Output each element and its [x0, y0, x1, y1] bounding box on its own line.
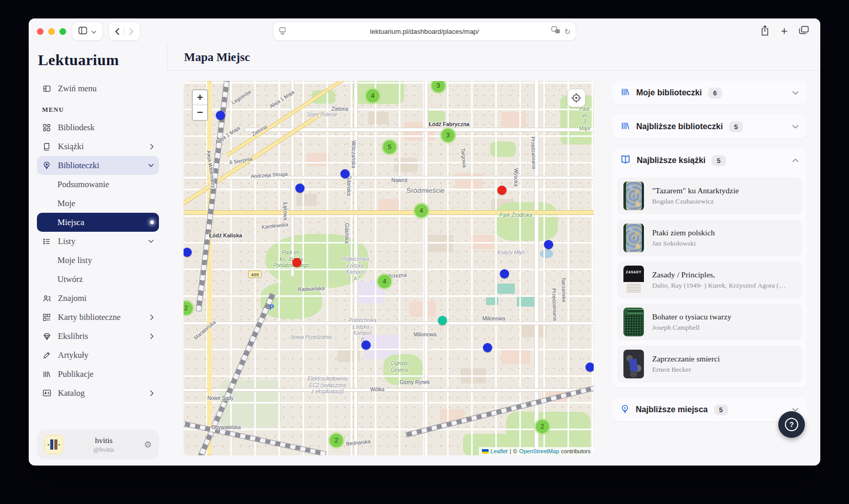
map-cluster-marker[interactable]: 5 — [381, 139, 398, 155]
bookshelf-icon — [620, 121, 630, 133]
dashboard-grid-icon — [42, 123, 51, 132]
browser-toolbar: lektuarium.pl/dashboard/places/map/ ↻ + — [29, 18, 820, 44]
sidebar-item-moje-listy[interactable]: Moje listy — [37, 251, 159, 270]
sidebar-item-moje[interactable]: Moje — [37, 194, 159, 213]
map-attribution: Leaflet | © OpenStreetMap contributors — [479, 447, 594, 455]
sidebar-item-biblioteczki[interactable]: Biblioteczki — [37, 156, 159, 175]
book-list-item[interactable]: Zaprzeczanie smierci Ernest Becker — [617, 346, 802, 382]
book-list-item[interactable]: ZASADY Zasady / Principles, Dalio, Ray (… — [617, 261, 802, 298]
user-profile-card[interactable]: hvitis @hvitis ⚙ — [37, 430, 159, 459]
chevron-down-icon — [148, 239, 154, 243]
sidebar-item-bibliodesk[interactable]: Bibliodesk — [37, 118, 159, 137]
road-ref-badge: 488 — [248, 271, 261, 278]
sidebar-item-label: Moje listy — [57, 255, 92, 266]
app-logo: Lektuarium — [38, 51, 159, 69]
back-button[interactable] — [115, 28, 120, 35]
map-point-marker[interactable] — [295, 184, 305, 193]
collapse-menu-label: Zwiń menu — [58, 84, 97, 94]
section-my-shelves[interactable]: Moje biblioteczki 6 — [612, 81, 807, 105]
reload-icon[interactable]: ↻ — [564, 28, 571, 35]
section-header[interactable]: Najbliższe książki 5 — [617, 149, 802, 172]
url-text[interactable]: lektuarium.pl/dashboard/places/map/ — [370, 28, 479, 35]
section-nearest-shelves[interactable]: Najbliższe biblioteczki 5 — [612, 115, 807, 138]
map-point-marker[interactable] — [544, 240, 553, 249]
translate-icon[interactable] — [551, 26, 560, 36]
tab-overview-icon[interactable] — [799, 26, 809, 37]
user-name: hvitis — [69, 436, 139, 445]
locate-me-button[interactable] — [567, 89, 585, 107]
cluster-count: 2 — [184, 301, 193, 315]
forward-button[interactable] — [129, 28, 134, 35]
sidebar-item-karty-biblioteczne[interactable]: Karty biblioteczne — [37, 308, 159, 327]
catalog-card-icon — [42, 389, 51, 398]
chevron-right-icon — [150, 390, 154, 396]
sidebar-item-label: Listy — [58, 236, 75, 247]
map-street-grid — [184, 81, 594, 455]
cluster-count: 2 — [536, 420, 549, 433]
book-cover-text: ZASADY — [623, 270, 644, 274]
map-point-marker-teal[interactable] — [438, 316, 447, 325]
settings-gear-icon[interactable]: ⚙ — [144, 439, 152, 450]
people-icon — [42, 294, 51, 303]
map-cluster-marker[interactable]: 4 — [365, 88, 381, 104]
book-cover — [623, 350, 644, 378]
map-point-marker[interactable] — [216, 111, 225, 120]
sidebar-item-artykuly[interactable]: Artykuły — [37, 346, 159, 365]
address-bar[interactable]: lektuarium.pl/dashboard/places/map/ ↻ — [273, 22, 576, 41]
collapse-panel-icon — [42, 84, 51, 93]
map-point-marker[interactable] — [340, 169, 350, 178]
minimize-window-button[interactable] — [48, 28, 55, 35]
sidebar-toggle-button[interactable] — [72, 22, 103, 41]
map-cluster-marker[interactable]: 4 — [413, 203, 430, 219]
section-nearest-places[interactable]: Najbliższe miejsca 5 — [612, 398, 807, 421]
share-icon[interactable] — [760, 25, 770, 38]
leaflet-link[interactable]: Leaflet — [491, 448, 508, 454]
map-point-marker[interactable] — [585, 362, 594, 372]
book-list-item[interactable]: Ptaki ziem polskich Jan Sokołowski — [617, 219, 802, 256]
right-panel: Moje biblioteczki 6 Najbliższ — [612, 81, 807, 455]
sidebar-item-znajomi[interactable]: Znajomi — [37, 289, 159, 308]
map-cluster-marker[interactable]: 2 — [534, 418, 551, 435]
parking-label: P — [269, 303, 274, 311]
map-main-road — [184, 210, 594, 215]
reader-view-icon[interactable] — [278, 27, 287, 37]
close-window-button[interactable] — [37, 28, 44, 35]
sidebar-item-publikacje[interactable]: Publikacje — [37, 365, 159, 384]
new-tab-icon[interactable]: + — [781, 26, 787, 37]
openstreetmap-link[interactable]: OpenStreetMap — [519, 448, 559, 454]
zoom-out-button[interactable]: − — [193, 105, 207, 120]
book-list-item[interactable]: "Tazarem" ku Antarktydzie Bogdan Czubasi… — [617, 177, 802, 214]
map-point-marker[interactable] — [500, 269, 509, 278]
help-button[interactable]: ? — [778, 411, 805, 438]
map-cluster-marker[interactable]: 3 — [440, 127, 456, 144]
book-meta: Zaprzeczanie smierci Ernest Becker — [652, 354, 720, 374]
traffic-lights — [37, 28, 66, 35]
count-badge: 5 — [714, 405, 728, 415]
map-point-marker-red[interactable] — [292, 258, 301, 267]
bookshelf-icon — [620, 87, 630, 99]
map-point-marker[interactable] — [361, 340, 371, 350]
map-cluster-marker[interactable]: 4 — [376, 273, 393, 290]
map-point-marker-red[interactable] — [497, 186, 507, 195]
zoom-window-button[interactable] — [59, 28, 66, 35]
collapse-menu-button[interactable]: Zwiń menu — [37, 79, 159, 98]
book-meta: Bohater o tysiacu twarzy Joseph Campbell — [652, 312, 732, 332]
sidebar-item-katalog[interactable]: Katalog — [37, 384, 159, 402]
book-cover: ZASADY — [623, 266, 644, 294]
sidebar-item-podsumowanie[interactable]: Podsumowanie — [37, 175, 159, 194]
sidebar-item-label: Znajomi — [58, 293, 87, 304]
sidebar-item-miejsca[interactable]: Miejsca — [37, 213, 159, 232]
book-title: "Tazarem" ku Antarktydzie — [652, 186, 739, 195]
map-point-marker[interactable] — [483, 343, 492, 352]
map-canvas[interactable]: Legionów Aleja 1 Maja Zielona Stare Pole… — [184, 81, 594, 455]
book-cover — [623, 224, 644, 252]
sidebar-item-ekslibris[interactable]: Ekslibris — [37, 327, 159, 346]
sidebar-item-ksiazki[interactable]: Książki — [37, 137, 159, 156]
sidebar-item-utworz[interactable]: Utwórz — [37, 270, 159, 289]
open-book-icon — [620, 155, 631, 166]
sidebar-item-listy[interactable]: Listy — [37, 232, 159, 251]
map-zoom-control: + − — [192, 89, 208, 121]
zoom-in-button[interactable]: + — [193, 90, 207, 105]
map-cluster-marker[interactable]: 2 — [328, 432, 345, 449]
book-list-item[interactable]: Bohater o tysiacu twarzy Joseph Campbell — [617, 304, 802, 340]
